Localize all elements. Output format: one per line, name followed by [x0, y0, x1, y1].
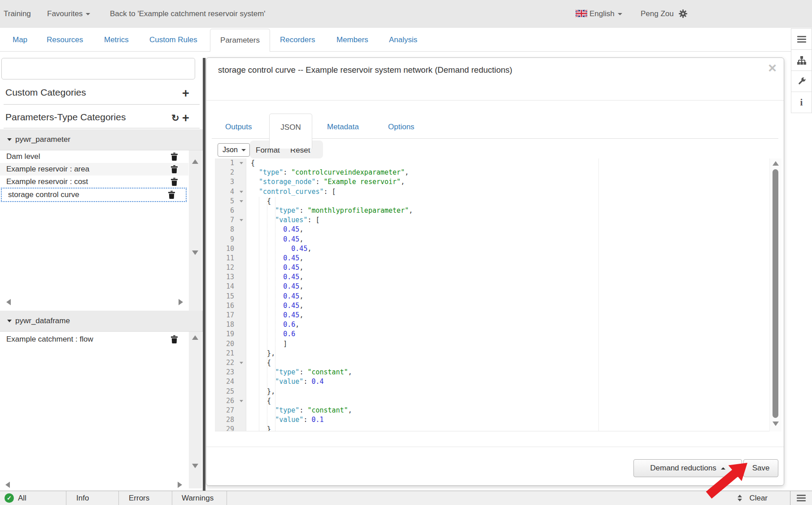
code-line[interactable]: {: [246, 358, 781, 368]
scroll-up-arrow[interactable]: [773, 161, 779, 166]
code-line[interactable]: "type": "constant",: [246, 406, 781, 415]
add-parameter-type-button[interactable]: +: [182, 114, 189, 123]
tab-map[interactable]: Map: [13, 28, 27, 52]
code-line[interactable]: },: [246, 349, 781, 358]
editor-scrollbar[interactable]: [769, 158, 781, 431]
code-line[interactable]: {: [246, 396, 781, 406]
delete-button[interactable]: [171, 178, 178, 186]
scenario-dropdown-button[interactable]: Demand reductions: [633, 459, 742, 477]
tab-metrics[interactable]: Metrics: [104, 28, 129, 52]
back-link[interactable]: Back to 'Example catchment reservoir sys…: [110, 0, 266, 28]
delete-button[interactable]: [168, 191, 175, 199]
tab-analysis[interactable]: Analysis: [389, 28, 417, 52]
refresh-icon[interactable]: ↻: [171, 113, 179, 123]
list-item-reservoir-area[interactable]: Example reservoir : area: [0, 163, 188, 176]
log-menu-button[interactable]: [797, 493, 806, 503]
filter-all[interactable]: ✓ All: [0, 491, 66, 505]
user-menu[interactable]: Peng Zou: [641, 0, 687, 28]
tab-options[interactable]: Options: [388, 123, 415, 132]
scroll-left-arrow[interactable]: [6, 299, 11, 305]
scroll-down-arrow[interactable]: [773, 422, 779, 426]
fold-caret-icon[interactable]: [240, 162, 243, 164]
scroll-up-arrow[interactable]: [192, 335, 198, 340]
code-line[interactable]: "type": "constant",: [246, 368, 781, 377]
gutter-line[interactable]: 22: [215, 358, 246, 368]
scroll-right-arrow[interactable]: [178, 482, 182, 488]
tab-custom-rules[interactable]: Custom Rules: [149, 28, 197, 52]
code-line[interactable]: {: [246, 158, 781, 168]
code-line[interactable]: "type": "monthlyprofileparameter",: [246, 206, 781, 215]
code-line[interactable]: 0.45,: [246, 301, 781, 311]
code-line[interactable]: ]: [246, 339, 781, 349]
code-line[interactable]: 0.45,: [246, 254, 781, 263]
fold-caret-icon[interactable]: [240, 200, 243, 202]
add-custom-category-button[interactable]: +: [182, 89, 189, 98]
tab-resources[interactable]: Resources: [47, 28, 83, 52]
gutter-line[interactable]: 7: [215, 215, 246, 225]
code-line[interactable]: 0.45,: [246, 263, 781, 272]
section-pywr-dataframe[interactable]: pywr_dataframe: [0, 311, 203, 332]
code-line[interactable]: 0.45,: [246, 235, 781, 244]
tab-json[interactable]: JSON: [269, 114, 312, 149]
code-line[interactable]: 0.45,: [246, 311, 781, 320]
scroll-left-arrow[interactable]: [5, 482, 10, 488]
mode-select[interactable]: Json: [218, 143, 250, 157]
sort-toggle-icon[interactable]: [738, 495, 742, 501]
code-line[interactable]: 0.45,: [246, 244, 781, 254]
list-item-storage-control-curve[interactable]: storage control curve: [1, 188, 187, 202]
search-input[interactable]: [1, 58, 195, 79]
json-editor[interactable]: 1234567891011121314151617181920212223242…: [215, 158, 781, 431]
fold-caret-icon[interactable]: [240, 400, 243, 402]
scrollbar-thumb[interactable]: [773, 169, 778, 418]
filter-errors[interactable]: Errors: [119, 491, 172, 505]
code-line[interactable]: "value": 0.1: [246, 415, 781, 425]
scroll-down-arrow[interactable]: [192, 464, 198, 468]
delete-button[interactable]: [171, 153, 178, 161]
delete-button[interactable]: [171, 335, 178, 343]
section-pywr-parameter[interactable]: pywr_parameter: [0, 129, 203, 150]
code-line[interactable]: }: [246, 425, 781, 431]
clear-button[interactable]: Clear: [749, 494, 768, 503]
fold-caret-icon[interactable]: [240, 362, 243, 364]
code-line[interactable]: "type": "controlcurveindexparameter",: [246, 168, 781, 177]
gutter-line[interactable]: 4: [215, 187, 246, 197]
gutter-line[interactable]: 26: [215, 396, 246, 406]
save-button[interactable]: Save: [743, 459, 778, 477]
close-icon[interactable]: ×: [768, 61, 777, 75]
code-line[interactable]: 0.45,: [246, 225, 781, 234]
code-line[interactable]: },: [246, 387, 781, 396]
tab-parameters[interactable]: Parameters: [210, 29, 270, 52]
tab-recorders[interactable]: Recorders: [280, 28, 315, 52]
fold-caret-icon[interactable]: [240, 219, 243, 221]
brand-training[interactable]: Training: [4, 0, 31, 28]
code-line[interactable]: "storage_node": "Example reservoir",: [246, 177, 781, 187]
code-line[interactable]: 0.45,: [246, 292, 781, 301]
filter-warnings[interactable]: Warnings: [172, 491, 227, 505]
editor-code[interactable]: { "type": "controlcurveindexparameter", …: [246, 158, 781, 431]
list-item-dam-level[interactable]: Dam level: [0, 150, 188, 163]
gutter-line[interactable]: 1: [215, 158, 246, 168]
menu-button[interactable]: [791, 28, 812, 50]
code-line[interactable]: "control_curves": [: [246, 187, 781, 197]
code-line[interactable]: "values": [: [246, 215, 781, 225]
code-line[interactable]: "value": 0.4: [246, 377, 781, 386]
filter-info[interactable]: Info: [66, 491, 119, 505]
tab-metadata[interactable]: Metadata: [327, 123, 359, 132]
fold-caret-icon[interactable]: [240, 191, 243, 193]
code-line[interactable]: 0.6,: [246, 320, 781, 329]
scroll-up-arrow[interactable]: [192, 159, 198, 164]
code-line[interactable]: {: [246, 197, 781, 206]
list-item-reservoir-cost[interactable]: Example reservoir : cost: [0, 176, 188, 188]
network-tree-button[interactable]: [791, 49, 812, 71]
code-line[interactable]: 0.6: [246, 329, 781, 339]
code-line[interactable]: 0.45,: [246, 282, 781, 291]
info-button[interactable]: i: [791, 92, 812, 113]
tab-members[interactable]: Members: [336, 28, 368, 52]
list-item-catchment-flow[interactable]: Example catchment : flow: [0, 332, 188, 347]
scroll-right-arrow[interactable]: [179, 299, 183, 305]
code-line[interactable]: 0.45,: [246, 272, 781, 282]
delete-button[interactable]: [171, 165, 178, 173]
favourites-menu[interactable]: Favourites: [47, 0, 90, 28]
gutter-line[interactable]: 5: [215, 197, 246, 206]
tools-button[interactable]: [791, 70, 812, 92]
